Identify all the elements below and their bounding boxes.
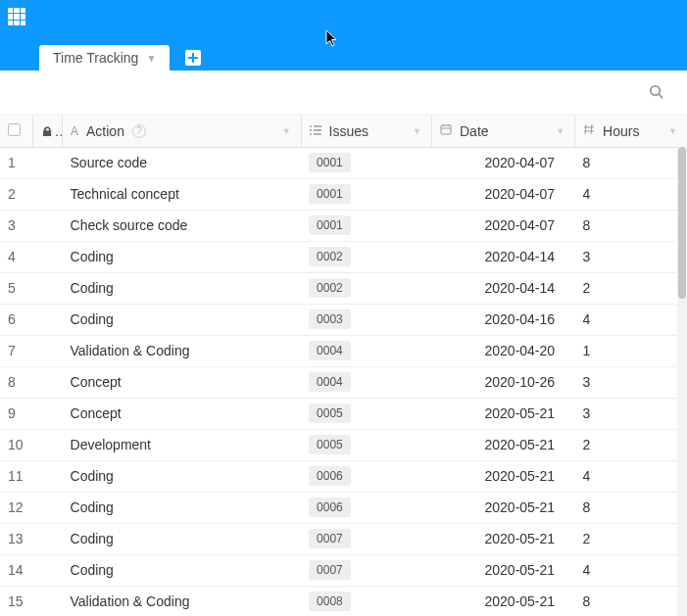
cell-date[interactable]: 2020-05-21 <box>431 429 574 460</box>
table-row[interactable]: 9Concept00052020-05-213 <box>0 398 687 429</box>
chevron-down-icon[interactable]: ▼ <box>556 126 564 136</box>
issue-pill[interactable]: 0005 <box>309 403 351 424</box>
cell-action[interactable]: Coding <box>63 460 302 492</box>
cell-date[interactable]: 2020-05-21 <box>431 460 574 492</box>
cell-action[interactable]: Concept <box>63 398 302 429</box>
cell-date[interactable]: 2020-05-21 <box>431 523 574 554</box>
chevron-down-icon[interactable]: ▼ <box>282 126 291 136</box>
chevron-down-icon[interactable]: ▼ <box>413 126 421 136</box>
cell-issues[interactable]: 0003 <box>301 304 431 335</box>
issue-pill[interactable]: 0002 <box>309 278 351 299</box>
chevron-down-icon[interactable]: ▼ <box>146 53 156 64</box>
cell-date[interactable]: 2020-05-21 <box>431 492 574 523</box>
issue-pill[interactable]: 0007 <box>309 560 351 581</box>
cell-hours[interactable]: 4 <box>575 554 687 586</box>
issue-pill[interactable]: 0006 <box>309 498 351 518</box>
cell-action[interactable]: Development <box>63 429 302 460</box>
cell-date[interactable]: 2020-05-21 <box>431 398 574 429</box>
cell-date[interactable]: 2020-04-14 <box>431 241 574 272</box>
issue-pill[interactable]: 0007 <box>309 529 351 549</box>
issue-pill[interactable]: 0004 <box>309 372 351 393</box>
cell-action[interactable]: Concept <box>63 366 302 398</box>
header-checkbox[interactable] <box>0 116 33 147</box>
table-row[interactable]: 4Coding00022020-04-143 <box>0 241 687 272</box>
issue-pill[interactable]: 0005 <box>309 435 351 455</box>
cell-hours[interactable]: 3 <box>575 366 687 398</box>
cell-date[interactable]: 2020-04-07 <box>431 178 574 210</box>
cell-issues[interactable]: 0007 <box>301 554 431 586</box>
issue-pill[interactable]: 0006 <box>309 466 351 487</box>
cell-date[interactable]: 2020-05-21 <box>431 554 574 586</box>
header-date[interactable]: Date ▼ <box>431 116 574 147</box>
table-row[interactable]: 5Coding00022020-04-142 <box>0 272 687 304</box>
cell-issues[interactable]: 0007 <box>301 523 431 554</box>
cell-action[interactable]: Coding <box>63 554 302 586</box>
add-tab-button[interactable] <box>185 50 201 66</box>
cell-hours[interactable]: 3 <box>575 398 687 429</box>
cell-action[interactable]: Check source code <box>63 210 302 241</box>
issue-pill[interactable]: 0001 <box>309 153 351 173</box>
table-row[interactable]: 3Check source code00012020-04-078 <box>0 210 687 241</box>
table-row[interactable]: 8Concept00042020-10-263 <box>0 366 687 398</box>
vertical-scrollbar[interactable] <box>677 147 687 616</box>
table-row[interactable]: 14Coding00072020-05-214 <box>0 554 687 586</box>
cell-hours[interactable]: 2 <box>575 429 687 460</box>
cell-issues[interactable]: 0002 <box>301 241 431 272</box>
cell-hours[interactable]: 4 <box>575 460 687 492</box>
cell-hours[interactable]: 4 <box>575 304 687 335</box>
cell-date[interactable]: 2020-04-07 <box>431 147 574 178</box>
cell-issues[interactable]: 0004 <box>301 335 431 366</box>
cell-action[interactable]: Coding <box>63 241 302 272</box>
cell-issues[interactable]: 0008 <box>301 586 431 616</box>
cell-issues[interactable]: 0001 <box>301 178 431 210</box>
table-row[interactable]: 12Coding00062020-05-218 <box>0 492 687 523</box>
cell-action[interactable]: Validation & Coding <box>63 335 302 366</box>
header-action[interactable]: A Action ? ▼ <box>63 116 302 147</box>
checkbox-icon[interactable] <box>8 123 21 136</box>
cell-date[interactable]: 2020-04-14 <box>431 272 574 304</box>
cell-action[interactable]: Coding <box>63 492 302 523</box>
cell-issues[interactable]: 0002 <box>301 272 431 304</box>
issue-pill[interactable]: 0004 <box>309 341 351 361</box>
table-row[interactable]: 2Technical concept00012020-04-074 <box>0 178 687 210</box>
cell-action[interactable]: Coding <box>63 272 302 304</box>
table-row[interactable]: 11Coding00062020-05-214 <box>0 460 687 492</box>
header-lock[interactable]: 🔒︎ <box>33 116 63 147</box>
cell-hours[interactable]: 3 <box>575 241 687 272</box>
cell-date[interactable]: 2020-04-20 <box>431 335 574 366</box>
scrollbar-thumb[interactable] <box>678 147 686 299</box>
chevron-down-icon[interactable]: ▼ <box>668 126 677 136</box>
cell-hours[interactable]: 8 <box>575 492 687 523</box>
tab-time-tracking[interactable]: Time Tracking ▼ <box>39 45 170 71</box>
cell-action[interactable]: Validation & Coding <box>63 586 302 616</box>
search-icon[interactable] <box>649 84 663 102</box>
table-row[interactable]: 6Coding00032020-04-164 <box>0 304 687 335</box>
issue-pill[interactable]: 0001 <box>309 215 351 236</box>
cell-issues[interactable]: 0006 <box>301 492 431 523</box>
header-issues[interactable]: Issues ▼ <box>301 116 431 147</box>
table-row[interactable]: 15Validation & Coding00082020-05-218 <box>0 586 687 616</box>
cell-hours[interactable]: 1 <box>575 335 687 366</box>
cell-date[interactable]: 2020-04-16 <box>431 304 574 335</box>
cell-date[interactable]: 2020-10-26 <box>431 366 574 398</box>
cell-hours[interactable]: 2 <box>575 523 687 554</box>
cell-hours[interactable]: 4 <box>575 178 687 210</box>
issue-pill[interactable]: 0003 <box>309 309 351 330</box>
cell-date[interactable]: 2020-05-21 <box>431 586 574 616</box>
header-hours[interactable]: Hours ▼ <box>575 116 687 147</box>
table-row[interactable]: 7Validation & Coding00042020-04-201 <box>0 335 687 366</box>
cell-action[interactable]: Technical concept <box>63 178 302 210</box>
cell-issues[interactable]: 0001 <box>301 210 431 241</box>
cell-action[interactable]: Source code <box>63 147 302 178</box>
issue-pill[interactable]: 0001 <box>309 184 351 205</box>
table-row[interactable]: 1Source code00012020-04-078 <box>0 147 687 178</box>
cell-hours[interactable]: 8 <box>575 210 687 241</box>
cell-issues[interactable]: 0004 <box>301 366 431 398</box>
cell-hours[interactable]: 8 <box>575 586 687 616</box>
cell-action[interactable]: Coding <box>63 304 302 335</box>
cell-hours[interactable]: 8 <box>575 147 687 178</box>
cell-issues[interactable]: 0005 <box>301 429 431 460</box>
issue-pill[interactable]: 0008 <box>309 592 351 612</box>
cell-issues[interactable]: 0006 <box>301 460 431 492</box>
cell-hours[interactable]: 2 <box>575 272 687 304</box>
